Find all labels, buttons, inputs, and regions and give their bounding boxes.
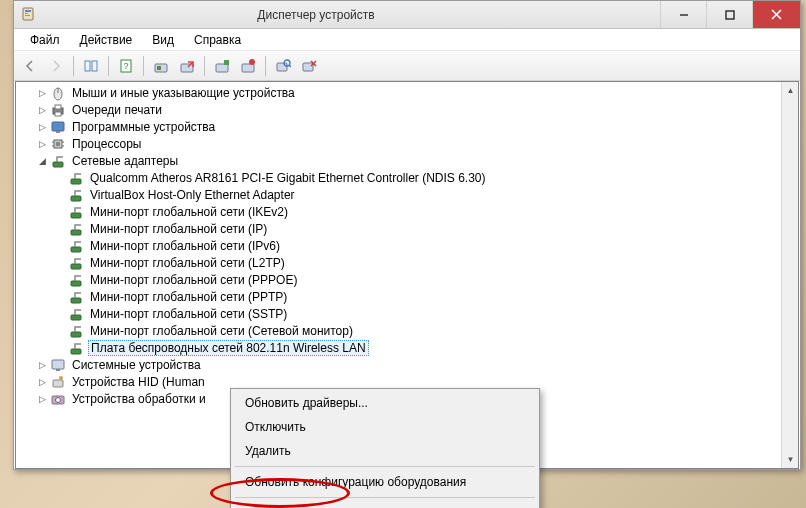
- expand-spacer: [54, 240, 66, 252]
- tree-row[interactable]: Плата беспроводных сетей 802.11n Wireles…: [16, 339, 798, 356]
- adapter-icon: [68, 323, 84, 339]
- window-buttons: [660, 1, 800, 28]
- help-button[interactable]: ?: [114, 54, 138, 78]
- svg-rect-49: [71, 349, 81, 354]
- vertical-scrollbar[interactable]: ▲ ▼: [781, 82, 798, 468]
- close-button[interactable]: [752, 1, 800, 28]
- expand-spacer: [54, 257, 66, 269]
- svg-rect-14: [181, 64, 193, 72]
- device-label[interactable]: Процессоры: [70, 137, 144, 151]
- adapter-icon: [68, 170, 84, 186]
- expand-icon[interactable]: ▷: [36, 359, 48, 371]
- adapter-icon: [68, 306, 84, 322]
- mouse-icon: [50, 85, 66, 101]
- disable-button[interactable]: [236, 54, 260, 78]
- tree-row[interactable]: ▷Мыши и иные указывающие устройства: [16, 84, 798, 101]
- device-label[interactable]: Мыши и иные указывающие устройства: [70, 86, 297, 100]
- uninstall-button[interactable]: [175, 54, 199, 78]
- show-hide-tree-button[interactable]: [79, 54, 103, 78]
- device-label[interactable]: Мини-порт глобальной сети (Сетевой монит…: [88, 324, 355, 338]
- menu-action[interactable]: Действие: [70, 30, 143, 50]
- tree-row[interactable]: Мини-порт глобальной сети (PPTP): [16, 288, 798, 305]
- svg-rect-38: [53, 162, 63, 167]
- menu-help[interactable]: Справка: [184, 30, 251, 50]
- cpu-icon: [50, 136, 66, 152]
- device-label[interactable]: Очереди печати: [70, 103, 164, 117]
- device-label[interactable]: Плата беспроводных сетей 802.11n Wireles…: [88, 340, 369, 356]
- expand-icon[interactable]: ▷: [36, 121, 48, 133]
- menu-file[interactable]: Файл: [20, 30, 70, 50]
- expand-spacer: [54, 206, 66, 218]
- adapter-icon: [68, 272, 84, 288]
- tree-row[interactable]: VirtualBox Host-Only Ethernet Adapter: [16, 186, 798, 203]
- device-label[interactable]: Устройства HID (Human: [70, 375, 207, 389]
- ctx-properties[interactable]: Свойства: [233, 501, 537, 508]
- device-label[interactable]: Устройства обработки и: [70, 392, 208, 406]
- device-label[interactable]: Программные устройства: [70, 120, 217, 134]
- ctx-uninstall[interactable]: Удалить: [233, 439, 537, 463]
- menu-bar: Файл Действие Вид Справка: [14, 29, 800, 51]
- device-label[interactable]: Мини-порт глобальной сети (SSTP): [88, 307, 289, 321]
- hid-icon: [50, 374, 66, 390]
- scan-button[interactable]: [271, 54, 295, 78]
- expand-spacer: [54, 189, 66, 201]
- tree-row[interactable]: ▷Процессоры: [16, 135, 798, 152]
- svg-text:?: ?: [123, 61, 128, 71]
- menu-view[interactable]: Вид: [142, 30, 184, 50]
- expand-spacer: [54, 274, 66, 286]
- svg-rect-45: [71, 281, 81, 286]
- device-label[interactable]: Мини-порт глобальной сети (L2TP): [88, 256, 287, 270]
- tree-row[interactable]: Мини-порт глобальной сети (PPPOE): [16, 271, 798, 288]
- device-label[interactable]: Qualcomm Atheros AR8161 PCI-E Gigabit Et…: [88, 171, 488, 185]
- tree-row[interactable]: ◢Сетевые адаптеры: [16, 152, 798, 169]
- svg-rect-41: [71, 213, 81, 218]
- device-label[interactable]: VirtualBox Host-Only Ethernet Adapter: [88, 188, 297, 202]
- svg-line-21: [289, 65, 291, 67]
- forward-button[interactable]: [44, 54, 68, 78]
- ctx-scan-hardware[interactable]: Обновить конфигурацию оборудования: [233, 470, 537, 494]
- maximize-button[interactable]: [706, 1, 752, 28]
- expand-spacer: [54, 172, 66, 184]
- device-label[interactable]: Мини-порт глобальной сети (IKEv2): [88, 205, 290, 219]
- toolbar-sep: [108, 56, 109, 76]
- tree-row[interactable]: ▷Системные устройства: [16, 356, 798, 373]
- expand-icon[interactable]: ▷: [36, 87, 48, 99]
- tree-row[interactable]: ▷Очереди печати: [16, 101, 798, 118]
- ctx-separator: [235, 497, 535, 498]
- ctx-disable[interactable]: Отключить: [233, 415, 537, 439]
- scroll-down-button[interactable]: ▼: [782, 451, 799, 468]
- tree-row[interactable]: Qualcomm Atheros AR8161 PCI-E Gigabit Et…: [16, 169, 798, 186]
- device-label[interactable]: Мини-порт глобальной сети (PPPOE): [88, 273, 299, 287]
- collapse-icon[interactable]: ◢: [36, 155, 48, 167]
- tree-row[interactable]: Мини-порт глобальной сети (IP): [16, 220, 798, 237]
- svg-point-53: [59, 376, 63, 380]
- device-label[interactable]: Мини-порт глобальной сети (IP): [88, 222, 269, 236]
- svg-rect-13: [157, 66, 161, 70]
- svg-rect-29: [55, 112, 61, 116]
- tree-row[interactable]: Мини-порт глобальной сети (IPv6): [16, 237, 798, 254]
- toolbar-sep: [143, 56, 144, 76]
- ctx-update-drivers[interactable]: Обновить драйверы...: [233, 391, 537, 415]
- enable-button[interactable]: [210, 54, 234, 78]
- properties-button[interactable]: [297, 54, 321, 78]
- device-label[interactable]: Мини-порт глобальной сети (IPv6): [88, 239, 282, 253]
- expand-icon[interactable]: ▷: [36, 393, 48, 405]
- expand-icon[interactable]: ▷: [36, 138, 48, 150]
- svg-point-18: [249, 59, 255, 65]
- back-button[interactable]: [18, 54, 42, 78]
- expand-icon[interactable]: ▷: [36, 376, 48, 388]
- svg-rect-33: [56, 142, 60, 146]
- scroll-up-button[interactable]: ▲: [782, 82, 799, 99]
- tree-row[interactable]: Мини-порт глобальной сети (SSTP): [16, 305, 798, 322]
- expand-icon[interactable]: ▷: [36, 104, 48, 116]
- device-label[interactable]: Системные устройства: [70, 358, 203, 372]
- tree-row[interactable]: ▷Программные устройства: [16, 118, 798, 135]
- tree-row[interactable]: Мини-порт глобальной сети (L2TP): [16, 254, 798, 271]
- device-label[interactable]: Сетевые адаптеры: [70, 154, 180, 168]
- tree-row[interactable]: Мини-порт глобальной сети (Сетевой монит…: [16, 322, 798, 339]
- minimize-button[interactable]: [660, 1, 706, 28]
- update-driver-button[interactable]: [149, 54, 173, 78]
- svg-rect-50: [52, 360, 64, 369]
- tree-row[interactable]: Мини-порт глобальной сети (IKEv2): [16, 203, 798, 220]
- device-label[interactable]: Мини-порт глобальной сети (PPTP): [88, 290, 289, 304]
